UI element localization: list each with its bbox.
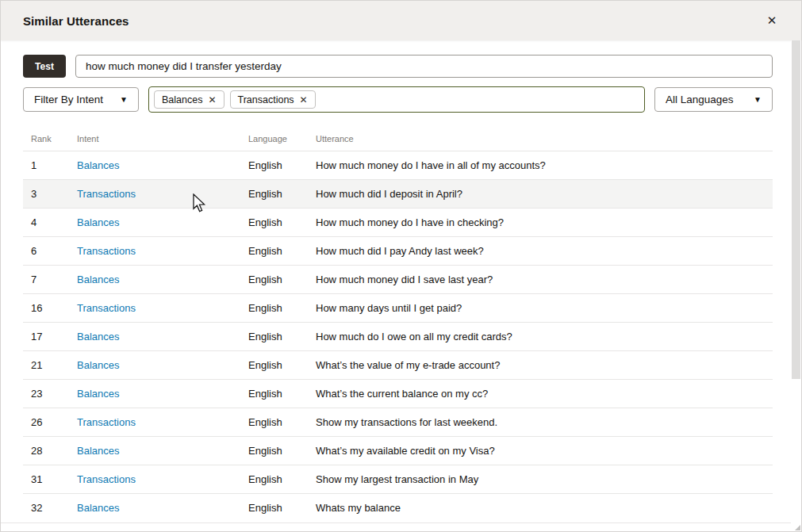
- test-button[interactable]: Test: [23, 55, 66, 78]
- language-filter-dropdown[interactable]: All Languages ▼: [654, 87, 773, 112]
- column-header-utterance: Utterance: [316, 134, 773, 144]
- utterance-cell: How much did I deposit in April?: [316, 188, 773, 200]
- chevron-down-icon: ▼: [120, 95, 128, 104]
- language-cell: English: [248, 388, 316, 400]
- utterance-cell: Show my transactions for last weekend.: [316, 416, 773, 428]
- intent-filter-label: Filter By Intent: [34, 94, 103, 105]
- table-row[interactable]: 23 Balances English What’s the current b…: [23, 379, 773, 408]
- rank-cell: 28: [31, 445, 77, 457]
- utterance-cell: Show my largest transaction in May: [316, 473, 773, 485]
- language-filter-label: All Languages: [666, 94, 734, 105]
- chip-label: Transactions: [238, 94, 294, 105]
- rank-cell: 1: [31, 159, 77, 171]
- table-row[interactable]: 26 Transactions English Show my transact…: [23, 408, 773, 436]
- utterance-cell: What’s my available credit on my Visa?: [316, 445, 773, 457]
- language-cell: English: [248, 302, 316, 314]
- intent-link[interactable]: Balances: [77, 216, 248, 228]
- table-row[interactable]: 16 Transactions English How many days un…: [23, 293, 773, 322]
- language-cell: English: [248, 188, 316, 200]
- column-header-language: Language: [248, 134, 316, 144]
- table-body: 1 Balances English How much money do I h…: [23, 151, 773, 522]
- utterance-cell: Whats my balance: [316, 502, 773, 514]
- language-cell: English: [248, 216, 316, 228]
- language-cell: English: [248, 359, 316, 371]
- rank-cell: 23: [31, 388, 77, 400]
- utterance-cell: How much money do I have in checking?: [316, 216, 773, 228]
- language-cell: English: [248, 331, 316, 343]
- table-row[interactable]: 3 Transactions English How much did I de…: [23, 179, 773, 208]
- utterance-input[interactable]: [75, 55, 773, 78]
- test-row: Test: [23, 55, 773, 78]
- intent-link[interactable]: Transactions: [77, 416, 248, 428]
- utterance-cell: What’s the current balance on my cc?: [316, 388, 773, 400]
- utterance-cell: How much did I pay Andy last week?: [316, 245, 773, 257]
- utterance-cell: How much money do I have in all of my ac…: [316, 159, 773, 171]
- table-row[interactable]: 31 Transactions English Show my largest …: [23, 465, 773, 493]
- intent-chips-input[interactable]: Balances ✕ Transactions ✕: [148, 86, 645, 113]
- rank-cell: 17: [31, 331, 77, 343]
- language-cell: English: [248, 502, 316, 514]
- rank-cell: 31: [31, 473, 77, 485]
- intent-link[interactable]: Balances: [77, 274, 248, 285]
- chip-label: Balances: [162, 94, 202, 105]
- rank-cell: 7: [31, 274, 77, 285]
- resize-grip-icon[interactable]: [795, 525, 800, 530]
- intent-link[interactable]: Balances: [77, 359, 248, 371]
- table-row[interactable]: 6 Transactions English How much did I pa…: [23, 236, 773, 265]
- dialog-title: Similar Utterances: [23, 14, 129, 28]
- intent-filter-dropdown[interactable]: Filter By Intent ▼: [23, 87, 139, 112]
- table-row[interactable]: 7 Balances English How much money did I …: [23, 265, 773, 293]
- intent-link[interactable]: Balances: [77, 159, 248, 171]
- column-header-intent: Intent: [77, 134, 248, 144]
- utterance-cell: How much do I owe on all my credit cards…: [316, 331, 773, 343]
- utterance-cell: What’s the value of my e-trade account?: [316, 359, 773, 371]
- chevron-down-icon: ▼: [754, 95, 762, 104]
- rank-cell: 21: [31, 359, 77, 371]
- rank-cell: 16: [31, 302, 77, 314]
- table-bottom-divider: [1, 522, 801, 523]
- utterance-cell: How much money did I save last year?: [316, 274, 773, 285]
- table-header-row: Rank Intent Language Utterance: [23, 127, 773, 151]
- rank-cell: 32: [31, 502, 77, 514]
- table-row[interactable]: 4 Balances English How much money do I h…: [23, 208, 773, 236]
- language-cell: English: [248, 473, 316, 485]
- intent-link[interactable]: Transactions: [77, 302, 248, 314]
- chip-remove-icon[interactable]: ✕: [208, 94, 216, 105]
- chip-remove-icon[interactable]: ✕: [300, 94, 308, 105]
- scrollbar-thumb[interactable]: [792, 40, 800, 379]
- intent-link[interactable]: Balances: [77, 388, 248, 400]
- rank-cell: 6: [31, 245, 77, 257]
- intent-link[interactable]: Balances: [77, 331, 248, 343]
- close-icon[interactable]: ✕: [760, 9, 784, 33]
- intent-chip-transactions: Transactions ✕: [230, 90, 316, 109]
- table-row[interactable]: 17 Balances English How much do I owe on…: [23, 322, 773, 350]
- column-header-rank: Rank: [31, 134, 77, 144]
- vertical-scrollbar[interactable]: [791, 40, 801, 531]
- intent-link[interactable]: Balances: [77, 502, 248, 514]
- table-row[interactable]: 21 Balances English What’s the value of …: [23, 350, 773, 379]
- language-cell: English: [248, 416, 316, 428]
- utterance-cell: How many days until I get paid?: [316, 302, 773, 314]
- table-row[interactable]: 32 Balances English Whats my balance: [23, 493, 773, 522]
- language-cell: English: [248, 159, 316, 171]
- rank-cell: 4: [31, 216, 77, 228]
- intent-link[interactable]: Transactions: [77, 473, 248, 485]
- intent-link[interactable]: Transactions: [77, 245, 248, 257]
- intent-link[interactable]: Transactions: [77, 188, 248, 200]
- results-table: Rank Intent Language Utterance 1 Balance…: [23, 127, 773, 522]
- table-row[interactable]: 1 Balances English How much money do I h…: [23, 151, 773, 179]
- toolbar: Test Filter By Intent ▼ Balances ✕ Trans…: [1, 40, 801, 113]
- language-cell: English: [248, 445, 316, 457]
- language-cell: English: [248, 274, 316, 285]
- table-row[interactable]: 28 Balances English What’s my available …: [23, 436, 773, 465]
- rank-cell: 26: [31, 416, 77, 428]
- rank-cell: 3: [31, 188, 77, 200]
- intent-link[interactable]: Balances: [77, 445, 248, 457]
- dialog-header: Similar Utterances ✕: [1, 1, 801, 40]
- intent-chip-balances: Balances ✕: [154, 90, 224, 109]
- language-cell: English: [248, 245, 316, 257]
- filter-row: Filter By Intent ▼ Balances ✕ Transactio…: [23, 87, 773, 113]
